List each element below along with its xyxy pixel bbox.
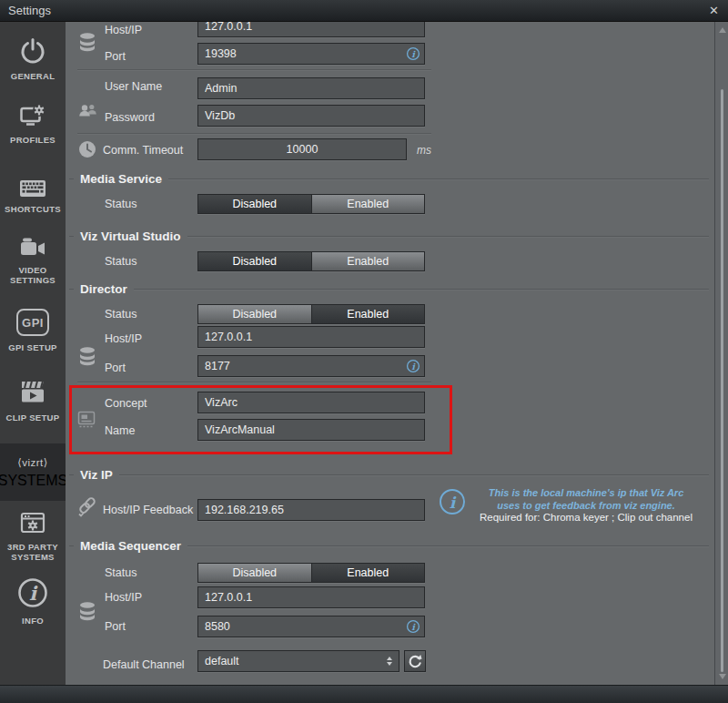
sidebar-item-systems[interactable]: ⟨vizrt⟩ SYSTEMS <box>0 443 66 501</box>
power-icon <box>19 37 46 65</box>
sidebar-item-label: GPI SETUP <box>8 342 56 352</box>
port-label: Port <box>105 49 126 64</box>
vizrt-logo: ⟨vizrt⟩ <box>17 456 48 469</box>
disabled-option[interactable]: Disabled <box>198 305 311 323</box>
ms-port-label: Port <box>105 619 126 634</box>
database-icon <box>77 346 97 368</box>
host-ip-feedback-label: Host/IP Feedback <box>103 503 193 517</box>
ms-port-input[interactable] <box>197 616 425 637</box>
settings-window: Settings ✕ GENERAL <box>0 0 728 703</box>
vertical-scrollbar[interactable] <box>714 22 728 685</box>
sidebar-item-3rd-party-systems[interactable]: 3RD PARTY SYSTEMS <box>0 512 66 562</box>
sidebar: GENERAL PROFILES <box>0 22 66 685</box>
user-name-input[interactable] <box>197 77 425 99</box>
group-separator <box>77 133 431 134</box>
video-camera-icon <box>19 235 46 259</box>
director-host-input[interactable] <box>197 326 425 348</box>
director-status-toggle: Disabled Enabled <box>197 304 425 324</box>
enabled-option[interactable]: Enabled <box>311 252 425 270</box>
sidebar-item-label: PROFILES <box>10 135 56 145</box>
comm-timeout-input[interactable] <box>197 138 407 160</box>
info-line: uses to get feedback from viz engine. <box>459 500 713 513</box>
director-status-label: Status <box>105 307 136 321</box>
database-icon <box>77 32 97 54</box>
database-icon <box>77 601 97 623</box>
disabled-option[interactable]: Disabled <box>198 252 311 270</box>
sidebar-item-general[interactable]: GENERAL <box>0 37 66 81</box>
section-title: Media Service <box>80 172 162 186</box>
window-gear-icon <box>20 512 46 535</box>
enabled-option[interactable]: Enabled <box>311 564 425 582</box>
host-ip-input[interactable] <box>197 22 425 37</box>
enabled-option[interactable]: Enabled <box>311 195 425 213</box>
close-icon[interactable]: ✕ <box>700 4 728 17</box>
scroll-up-icon[interactable] <box>719 27 726 33</box>
sidebar-item-label: INFO <box>22 616 44 626</box>
svg-text:i: i <box>450 494 457 512</box>
section-title: Viz IP <box>80 468 113 482</box>
sidebar-item-info[interactable]: i INFO <box>0 576 66 626</box>
sidebar-item-clip-setup[interactable]: CLIP SETUP <box>0 379 66 423</box>
title-bar: Settings ✕ <box>0 0 728 22</box>
sidebar-item-label: GENERAL <box>11 71 56 81</box>
default-channel-dropdown[interactable]: default <box>197 650 399 672</box>
link-icon <box>76 496 98 518</box>
host-ip-feedback-input[interactable] <box>197 499 425 521</box>
ms-status-label: Status <box>105 565 136 580</box>
ms-status-toggle: Disabled Enabled <box>197 563 425 583</box>
ms-host-input[interactable] <box>197 586 425 608</box>
director-host-label: Host/IP <box>105 331 142 346</box>
port-input[interactable] <box>197 43 425 65</box>
port-info-icon[interactable]: i <box>406 359 420 373</box>
scroll-down-icon[interactable] <box>719 674 726 679</box>
sidebar-item-label: 3RD PARTY SYSTEMS <box>2 542 64 562</box>
media-service-status-label: Status <box>105 197 136 211</box>
section-header-director: Director <box>69 281 709 296</box>
svg-text:i: i <box>411 362 416 372</box>
settings-content: Host/IP Port i User Name Password Comm. … <box>66 22 714 685</box>
password-input[interactable] <box>197 105 425 127</box>
info-line: Required for: Chroma keyer ; Clip out ch… <box>459 512 713 525</box>
section-header-viz-virtual-studio: Viz Virtual Studio <box>69 229 709 243</box>
section-header-media-service: Media Service <box>69 171 709 186</box>
viz-ip-info-text: This is the local machine's ip that Viz … <box>459 487 713 525</box>
svg-text:i: i <box>411 622 416 632</box>
sidebar-item-profiles[interactable]: PROFILES <box>0 103 66 145</box>
info-line: This is the local machine's ip that Viz … <box>459 487 713 500</box>
group-separator <box>77 382 431 382</box>
dropdown-value: default <box>205 655 239 667</box>
monitor-gear-icon <box>19 103 46 128</box>
vvs-status-toggle: Disabled Enabled <box>197 251 425 271</box>
media-service-status-toggle: Disabled Enabled <box>197 194 425 214</box>
sidebar-item-gpi-setup[interactable]: GPI GPI SETUP <box>0 309 66 352</box>
gpi-icon: GPI <box>16 309 49 336</box>
refresh-icon <box>407 653 423 669</box>
sidebar-item-label: CLIP SETUP <box>6 413 60 423</box>
scrollbar-thumb[interactable] <box>721 89 723 672</box>
disabled-option[interactable]: Disabled <box>198 564 311 582</box>
window-title: Settings <box>0 4 51 17</box>
port-info-icon[interactable]: i <box>406 619 420 634</box>
disabled-option[interactable]: Disabled <box>198 195 311 213</box>
section-header-media-sequencer: Media Sequencer <box>69 538 709 553</box>
svg-text:i: i <box>29 582 38 605</box>
timeout-unit-label: ms <box>417 143 431 158</box>
sidebar-item-shortcuts[interactable]: SHORTCUTS <box>0 179 66 214</box>
sidebar-item-video-settings[interactable]: VIDEO SETTINGS <box>0 235 66 285</box>
sidebar-item-label: SHORTCUTS <box>5 204 61 214</box>
bottom-bar <box>0 685 728 703</box>
section-title: Director <box>80 282 127 296</box>
vvs-status-label: Status <box>105 254 136 269</box>
port-info-icon[interactable]: i <box>406 46 420 61</box>
user-name-label: User Name <box>105 79 162 94</box>
group-separator <box>77 69 431 70</box>
users-icon <box>77 101 97 121</box>
ms-host-label: Host/IP <box>105 590 142 605</box>
clock-icon <box>78 140 96 158</box>
enabled-option[interactable]: Enabled <box>311 305 425 323</box>
default-channel-label: Default Channel <box>103 657 185 672</box>
info-icon: i <box>16 576 49 609</box>
refresh-channels-button[interactable] <box>404 650 426 672</box>
director-port-input[interactable] <box>197 355 425 377</box>
host-ip-label: Host/IP <box>105 23 142 37</box>
